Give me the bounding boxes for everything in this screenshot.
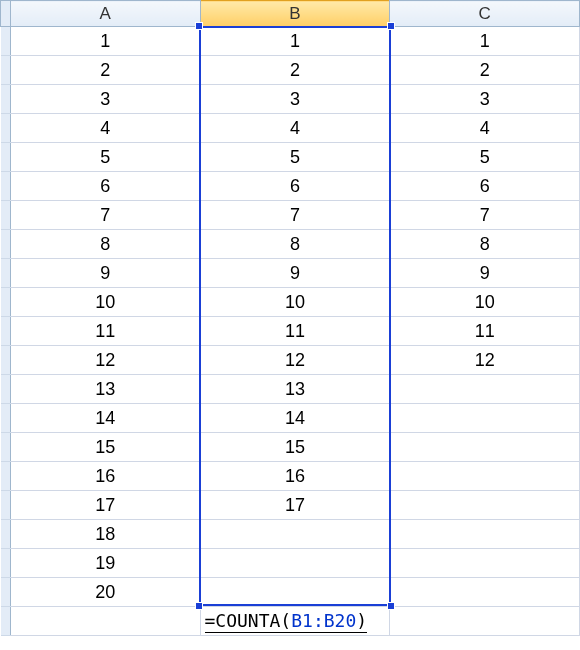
cell-C16[interactable]: [390, 462, 580, 491]
cell-A10[interactable]: 10: [10, 288, 200, 317]
cell-C2[interactable]: 2: [390, 56, 580, 85]
selection-handle-bottom-left[interactable]: [195, 602, 203, 610]
cell-A9[interactable]: 9: [10, 259, 200, 288]
cell-A7[interactable]: 7: [10, 201, 200, 230]
cell-C8[interactable]: 8: [390, 230, 580, 259]
selection-handle-top-right[interactable]: [387, 22, 395, 30]
table-row: 888: [1, 230, 580, 259]
cell-B3[interactable]: 3: [200, 85, 390, 114]
row-gutter[interactable]: [1, 317, 11, 346]
cell-A20[interactable]: 20: [10, 578, 200, 607]
cell-A19[interactable]: 19: [10, 549, 200, 578]
cell-C17[interactable]: [390, 491, 580, 520]
row-gutter[interactable]: [1, 462, 11, 491]
cell-C10[interactable]: 10: [390, 288, 580, 317]
row-gutter[interactable]: [1, 230, 11, 259]
row-gutter[interactable]: [1, 288, 11, 317]
cell-C6[interactable]: 6: [390, 172, 580, 201]
cell-A18[interactable]: 18: [10, 520, 200, 549]
table-row: 20: [1, 578, 580, 607]
column-header-B[interactable]: B: [200, 1, 390, 27]
cell-C12[interactable]: 12: [390, 346, 580, 375]
cell-A13[interactable]: 13: [10, 375, 200, 404]
cell-B18[interactable]: [200, 520, 390, 549]
cell-C18[interactable]: [390, 520, 580, 549]
cell-C11[interactable]: 11: [390, 317, 580, 346]
cell-A3[interactable]: 3: [10, 85, 200, 114]
cell-B7[interactable]: 7: [200, 201, 390, 230]
cell-B2[interactable]: 2: [200, 56, 390, 85]
row-gutter[interactable]: [1, 259, 11, 288]
cell-B5[interactable]: 5: [200, 143, 390, 172]
cell-A16[interactable]: 16: [10, 462, 200, 491]
cell-B4[interactable]: 4: [200, 114, 390, 143]
cell-C13[interactable]: [390, 375, 580, 404]
formula-prefix: =COUNTA(: [205, 610, 292, 631]
row-gutter[interactable]: [1, 520, 11, 549]
row-gutter[interactable]: [1, 114, 11, 143]
column-header-C[interactable]: C: [390, 1, 580, 27]
cell-B9[interactable]: 9: [200, 259, 390, 288]
cell-C4[interactable]: 4: [390, 114, 580, 143]
cell-A2[interactable]: 2: [10, 56, 200, 85]
cell-C21[interactable]: [390, 607, 580, 636]
row-gutter[interactable]: [1, 172, 11, 201]
table-row: 444: [1, 114, 580, 143]
row-gutter[interactable]: [1, 143, 11, 172]
spreadsheet-grid: A B C 111 222 333 444 555 666 777 888 99…: [0, 0, 580, 636]
column-header-A[interactable]: A: [10, 1, 200, 27]
cell-B6[interactable]: 6: [200, 172, 390, 201]
cell-A5[interactable]: 5: [10, 143, 200, 172]
row-gutter[interactable]: [1, 375, 11, 404]
cell-A8[interactable]: 8: [10, 230, 200, 259]
cell-B13[interactable]: 13: [200, 375, 390, 404]
row-gutter[interactable]: [1, 201, 11, 230]
cell-C9[interactable]: 9: [390, 259, 580, 288]
cell-C19[interactable]: [390, 549, 580, 578]
cell-A1[interactable]: 1: [10, 27, 200, 56]
formula-row: =COUNTA(B1:B20): [1, 607, 580, 636]
cell-B20[interactable]: [200, 578, 390, 607]
cell-B21-formula[interactable]: =COUNTA(B1:B20): [200, 607, 390, 636]
row-gutter[interactable]: [1, 607, 11, 636]
cell-A15[interactable]: 15: [10, 433, 200, 462]
table-row: 111111: [1, 317, 580, 346]
cell-B11[interactable]: 11: [200, 317, 390, 346]
cell-C1[interactable]: 1: [390, 27, 580, 56]
cell-C7[interactable]: 7: [390, 201, 580, 230]
row-gutter[interactable]: [1, 85, 11, 114]
table-row: 111: [1, 27, 580, 56]
cell-B12[interactable]: 12: [200, 346, 390, 375]
cell-A17[interactable]: 17: [10, 491, 200, 520]
cell-B14[interactable]: 14: [200, 404, 390, 433]
cell-B16[interactable]: 16: [200, 462, 390, 491]
cell-B10[interactable]: 10: [200, 288, 390, 317]
cell-C14[interactable]: [390, 404, 580, 433]
cell-B8[interactable]: 8: [200, 230, 390, 259]
row-gutter[interactable]: [1, 56, 11, 85]
row-gutter[interactable]: [1, 578, 11, 607]
row-gutter[interactable]: [1, 27, 11, 56]
row-gutter[interactable]: [1, 433, 11, 462]
cell-A21[interactable]: [10, 607, 200, 636]
corner-gutter[interactable]: [1, 1, 11, 27]
cell-A6[interactable]: 6: [10, 172, 200, 201]
selection-handle-bottom-right[interactable]: [387, 602, 395, 610]
row-gutter[interactable]: [1, 404, 11, 433]
row-gutter[interactable]: [1, 346, 11, 375]
cell-B15[interactable]: 15: [200, 433, 390, 462]
cell-B19[interactable]: [200, 549, 390, 578]
cell-A11[interactable]: 11: [10, 317, 200, 346]
cell-B17[interactable]: 17: [200, 491, 390, 520]
selection-handle-top-left[interactable]: [195, 22, 203, 30]
cell-C20[interactable]: [390, 578, 580, 607]
row-gutter[interactable]: [1, 491, 11, 520]
cell-C5[interactable]: 5: [390, 143, 580, 172]
cell-B1[interactable]: 1: [200, 27, 390, 56]
cell-A12[interactable]: 12: [10, 346, 200, 375]
cell-C3[interactable]: 3: [390, 85, 580, 114]
cell-C15[interactable]: [390, 433, 580, 462]
cell-A14[interactable]: 14: [10, 404, 200, 433]
row-gutter[interactable]: [1, 549, 11, 578]
cell-A4[interactable]: 4: [10, 114, 200, 143]
